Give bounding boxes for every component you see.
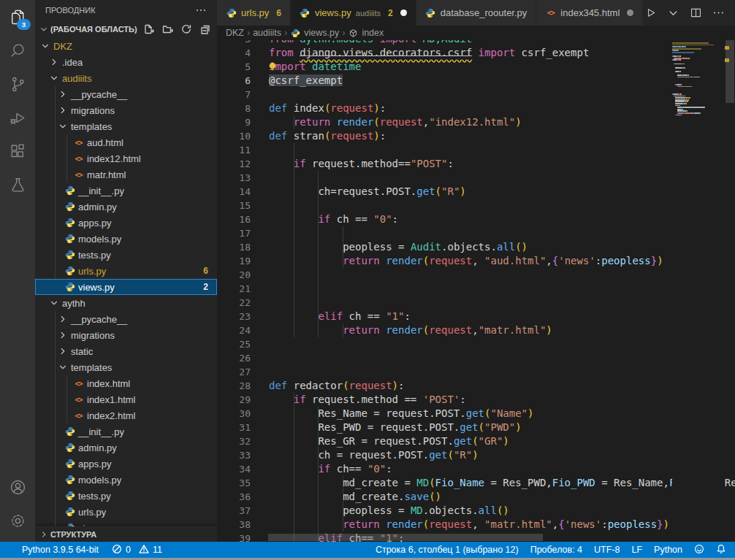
status-problems[interactable]: 011 — [112, 544, 162, 556]
tree-item-tests.py[interactable]: tests.py — [35, 247, 217, 263]
status-python-version[interactable]: Python 3.9.5 64-bit — [22, 545, 99, 555]
code-line-28[interactable]: 28def redactor(request): — [217, 379, 735, 393]
code-line-25[interactable]: 25 — [217, 337, 735, 351]
code-line-5[interactable]: 5import datetime — [217, 60, 735, 74]
workspace-section-header[interactable]: (РАБОЧАЯ ОБЛАСТЬ) ... — [35, 20, 217, 38]
activity-extensions-icon[interactable] — [0, 134, 35, 168]
code-line-27[interactable]: 27 — [217, 365, 735, 379]
tree-item-urls.py[interactable]: urls.py — [35, 504, 217, 520]
code-line-19[interactable]: 19 return render(request, "aud.html",{'n… — [217, 254, 735, 268]
tree-item-index.html[interactable]: <>index.html — [35, 375, 217, 391]
code-line-23[interactable]: 23 elif ch == "1": — [217, 310, 735, 323]
code-line-10[interactable]: 10def stran(request): — [217, 129, 735, 143]
activity-settings-icon[interactable] — [0, 504, 35, 537]
code-line-13[interactable]: 13 — [217, 171, 735, 185]
code-line-35[interactable]: 35 md_create = MD(Fio_Name = Res_PWD,Fio… — [217, 476, 735, 490]
code-line-24[interactable]: 24 return render(request,"matr.html") — [217, 323, 735, 337]
code-line-37[interactable]: 37 peopless = MD.objects.all() — [217, 504, 735, 518]
code-line-33[interactable]: 33 ch = request.POST.get("R") — [217, 448, 735, 462]
status-cursor-position[interactable]: Строка 6, столбец 1 (выбрано 12) — [376, 545, 519, 555]
activity-account-icon[interactable] — [0, 470, 35, 504]
status-notifications[interactable] — [716, 544, 726, 556]
tab-views.py[interactable]: views.pyaudiiits2 — [291, 0, 416, 26]
activity-explorer-icon[interactable]: 3 — [0, 0, 35, 34]
code-line-21[interactable]: 21 — [217, 282, 735, 296]
tree-item-migrations[interactable]: migrations — [35, 102, 217, 118]
activity-run-debug-icon[interactable] — [0, 101, 35, 134]
tree-item-models.py[interactable]: models.py — [35, 231, 217, 247]
status-feedback[interactable] — [694, 544, 704, 556]
code-line-34[interactable]: 34 if ch== "0": — [217, 462, 735, 476]
tree-item-__pycache__[interactable]: __pycache__ — [35, 86, 217, 102]
tree-item-__pycache__[interactable]: __pycache__ — [35, 311, 217, 327]
breadcrumb-item-views.py[interactable]: views.py — [290, 28, 339, 39]
code-line-29[interactable]: 29 if request.method == 'POST': — [217, 393, 735, 407]
code-line-6[interactable]: 6@csrf_exempt — [217, 74, 735, 88]
tree-item-__init__.py[interactable]: __init__.py — [35, 183, 217, 199]
activity-testing-icon[interactable] — [0, 168, 35, 202]
tree-item-aud.html[interactable]: <>aud.html — [35, 134, 217, 150]
status-indentation[interactable]: Пробелов: 4 — [530, 545, 582, 555]
new-folder-icon[interactable] — [161, 23, 173, 35]
code-line-36[interactable]: 36 md_create.save() — [217, 490, 735, 504]
code-line-38[interactable]: 38 return render(request, "matr.html",{'… — [217, 518, 735, 532]
tree-item-views.py[interactable]: views.py — [35, 520, 217, 526]
split-editor-icon[interactable] — [690, 7, 702, 19]
tree-item-templates[interactable]: templates — [35, 118, 217, 134]
status-encoding[interactable]: UTF-8 — [594, 545, 620, 555]
code-line-18[interactable]: 18 peopless = Audit.objects.all() — [217, 240, 735, 254]
code-line-14[interactable]: 14 ch=request.POST.get("R") — [217, 185, 735, 199]
new-file-icon[interactable] — [142, 23, 154, 35]
tree-item-__init__.py[interactable]: __init__.py — [35, 423, 217, 440]
tree-item-urls.py[interactable]: urls.py6 — [35, 263, 217, 279]
activity-search-icon[interactable] — [0, 34, 35, 67]
tree-item-static[interactable]: static — [35, 343, 217, 359]
code-line-4[interactable]: 4from django.views.decorators.csrf impor… — [217, 46, 735, 60]
refresh-icon[interactable] — [180, 23, 192, 35]
tree-item-index2.html[interactable]: <>index2.html — [35, 407, 217, 423]
tree-item-migrations[interactable]: migrations — [35, 327, 217, 343]
tree-item-aythh[interactable]: aythh — [35, 295, 217, 311]
code-line-7[interactable]: 7 — [217, 88, 735, 101]
code-line-15[interactable]: 15 — [217, 199, 735, 212]
tree-item-matr.html[interactable]: <>matr.html — [35, 166, 217, 183]
code-line-9[interactable]: 9 return render(request,"index12.html") — [217, 115, 735, 129]
activity-source-control-icon[interactable] — [0, 67, 35, 101]
outline-section-header[interactable]: СТРУКТУРА — [35, 526, 217, 542]
vertical-scrollbar[interactable] — [725, 40, 735, 542]
run-python-file-icon[interactable] — [644, 7, 657, 19]
minimap[interactable] — [672, 40, 725, 542]
tree-item-index12.html[interactable]: <>index12.html — [35, 150, 217, 166]
lightbulb-icon[interactable] — [267, 61, 278, 72]
tree-item-admin.py[interactable]: admin.py — [35, 199, 217, 215]
code-editor[interactable]: 3from aythh.models import MD,Audit4from … — [217, 40, 735, 542]
tree-item-tests.py[interactable]: tests.py — [35, 488, 217, 504]
tree-item-admin.py[interactable]: admin.py — [35, 440, 217, 456]
tree-item-views.py[interactable]: views.py2 — [35, 279, 217, 295]
breadcrumb-item-index[interactable]: index — [348, 28, 384, 39]
tree-item-index1.html[interactable]: <>index1.html — [35, 391, 217, 407]
code-line-17[interactable]: 17 — [217, 226, 735, 240]
tree-item-templates[interactable]: templates — [35, 359, 217, 375]
tab-urls.py[interactable]: urls.py6 — [217, 0, 291, 26]
code-line-31[interactable]: 31 Res_PWD = request.POST.get("PWD") — [217, 421, 735, 434]
code-line-30[interactable]: 30 Res_Name = request.POST.get("Name") — [217, 407, 735, 421]
tab-database_roouter.py[interactable]: database_roouter.py — [416, 0, 537, 26]
tab-index345.html[interactable]: <>index345.html — [536, 0, 643, 26]
tree-item-audiiits[interactable]: audiiits — [35, 70, 217, 86]
code-line-3[interactable]: 3from aythh.models import MD,Audit — [217, 40, 735, 46]
run-dropdown-icon[interactable] — [667, 7, 679, 19]
code-line-11[interactable]: 11 — [217, 143, 735, 157]
dirty-indicator[interactable] — [627, 9, 633, 16]
dirty-indicator[interactable] — [400, 9, 407, 16]
code-line-16[interactable]: 16 if ch == "0": — [217, 212, 735, 226]
code-line-12[interactable]: 12 if request.method=="POST": — [217, 157, 735, 171]
code-line-8[interactable]: 8def index(request): — [217, 101, 735, 115]
horizontal-scrollbar-slider[interactable] — [268, 534, 543, 541]
status-eol[interactable]: LF — [631, 545, 642, 555]
code-line-26[interactable]: 26 — [217, 351, 735, 365]
tree-item-apps.py[interactable]: apps.py — [35, 215, 217, 231]
more-actions-icon[interactable] — [712, 7, 725, 19]
code-line-32[interactable]: 32 Res_GR = request.POST.get("GR") — [217, 434, 735, 448]
breadcrumb-item-audiiits[interactable]: audiiits — [253, 28, 281, 38]
